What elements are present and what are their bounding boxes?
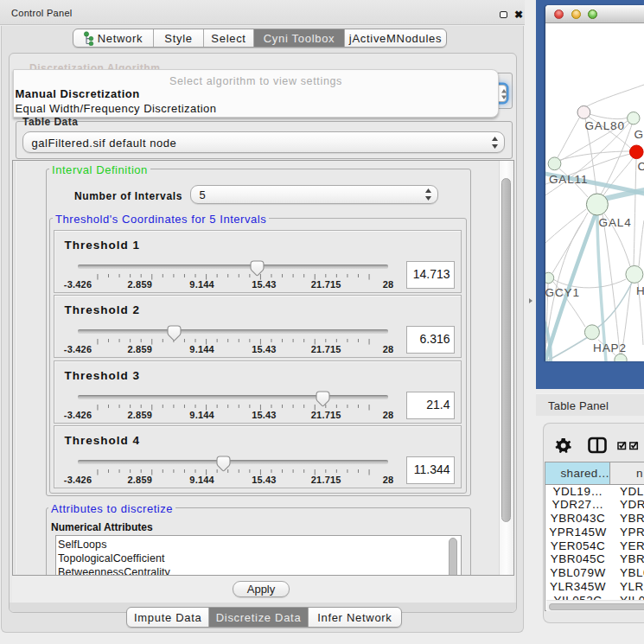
svg-text:C: C xyxy=(638,160,644,173)
svg-text:GAL4: GAL4 xyxy=(599,216,632,229)
svg-text:GAL80: GAL80 xyxy=(584,119,625,132)
svg-text:GCY1: GCY1 xyxy=(545,286,580,299)
svg-text:H: H xyxy=(636,284,644,297)
svg-text:G.: G. xyxy=(634,128,644,141)
svg-text:HAP2: HAP2 xyxy=(593,341,627,354)
svg-text:GAL11: GAL11 xyxy=(549,173,589,186)
